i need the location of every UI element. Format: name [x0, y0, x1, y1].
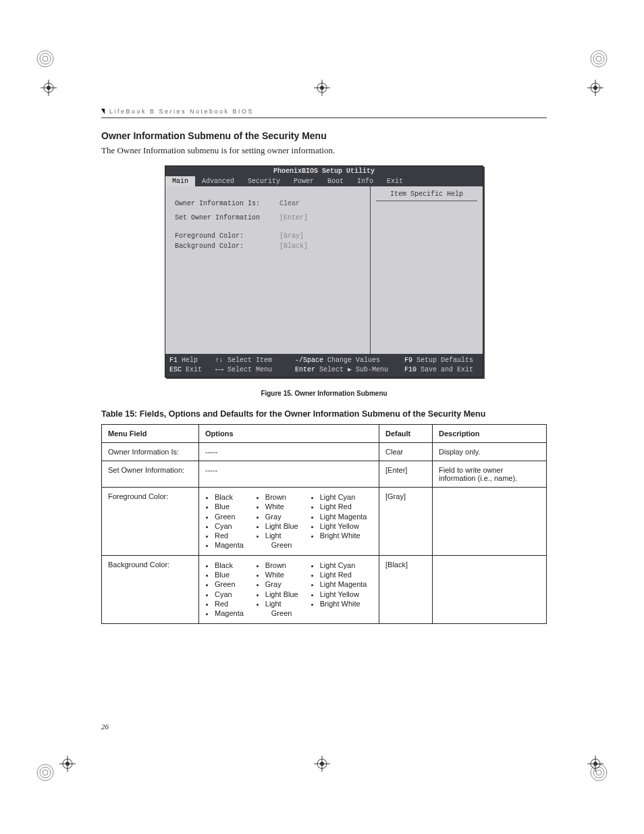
hotkey: F1	[169, 357, 178, 364]
hotkey-label: Select Item	[227, 357, 272, 364]
running-header: LifeBook B Series Notebook BIOS	[101, 108, 547, 118]
cell-menu-field: Background Color:	[102, 555, 199, 623]
hotkey-label: Select Menu	[227, 366, 272, 373]
cell-default: Clear	[379, 443, 433, 461]
cell-options: BlackBlueGreenCyanRedMagentaBrownWhiteGr…	[199, 488, 379, 556]
bios-tabs: Main Advanced Security Power Boot Info E…	[165, 176, 483, 186]
svg-point-0	[37, 51, 53, 67]
option-item: Green	[215, 512, 244, 521]
svg-point-3	[591, 51, 607, 67]
option-item: Gray	[265, 579, 298, 589]
figure-caption: Figure 15. Owner Information Submenu	[101, 390, 547, 397]
fields-table: Menu Field Options Default Description O…	[101, 424, 547, 624]
option-item: Light Yellow	[320, 521, 367, 531]
bios-label: Background Color:	[175, 242, 279, 250]
option-item: White	[265, 502, 298, 511]
triangle-marker-icon	[101, 109, 105, 114]
hotkey: ↑↓	[215, 357, 223, 364]
bios-tab-power: Power	[287, 176, 321, 186]
th-description: Description	[433, 425, 547, 443]
crosshair-icon	[587, 756, 603, 775]
intro-paragraph: The Owner Information submenu is for set…	[101, 145, 547, 156]
option-item: Bright White	[320, 599, 367, 608]
section-title: Owner Information Submenu of the Securit…	[101, 130, 547, 141]
hotkey: F10	[404, 366, 417, 373]
hotkey-label: Save and Exit	[421, 366, 473, 373]
hotkey-label: Setup Defaults	[417, 357, 473, 364]
th-default: Default	[379, 425, 433, 443]
option-item: Light Red	[320, 570, 367, 579]
option-item: White	[265, 570, 298, 579]
table-row: Owner Information Is:-----ClearDisplay o…	[102, 443, 547, 461]
svg-point-15	[320, 86, 324, 90]
hotkey: Enter	[295, 366, 315, 373]
bios-tab-exit: Exit	[380, 176, 410, 186]
reg-mark-icon	[35, 49, 55, 72]
bios-row-bg-color: Background Color: [Black]	[175, 242, 360, 250]
option-item: Blue	[215, 502, 244, 511]
bios-tab-security: Security	[241, 176, 287, 186]
option-item: Gray	[265, 512, 298, 521]
bios-title: PhoenixBIOS Setup Utility	[165, 166, 483, 176]
table-row: Set Owner Information:-----[Enter]Field …	[102, 461, 547, 488]
option-item: Light Blue	[265, 521, 298, 531]
option-item: Red	[215, 531, 244, 540]
cell-description	[433, 488, 547, 556]
option-item: Black	[215, 492, 244, 502]
option-item: Black	[215, 561, 244, 570]
svg-point-5	[596, 56, 601, 61]
page-number: 26	[101, 723, 109, 731]
option-item: Light Magenta	[320, 512, 367, 521]
option-item: Light Yellow	[320, 590, 367, 599]
bios-screenshot: PhoenixBIOS Setup Utility Main Advanced …	[165, 165, 483, 377]
hotkey: F9	[404, 357, 412, 364]
bios-footer: F1 Help ↑↓ Select Item -/Space Change Va…	[165, 354, 483, 377]
crosshair-icon	[587, 80, 603, 99]
running-header-text: LifeBook B Series Notebook BIOS	[109, 108, 254, 115]
cell-options: -----	[199, 443, 379, 461]
hotkey-label: Select ▶ Sub-Menu	[319, 366, 388, 373]
option-item: Cyan	[215, 590, 244, 599]
option-item: LightGreen	[265, 531, 298, 550]
bios-label: Set Owner Information	[175, 214, 279, 221]
hotkey-label: Change Values	[327, 357, 380, 364]
option-item: Magenta	[215, 540, 244, 550]
option-item: Green	[215, 579, 244, 589]
crosshair-icon	[59, 756, 76, 775]
bios-fields: Owner Information Is: Clear Set Owner In…	[165, 186, 370, 354]
bios-help-header: Item Specific Help	[376, 190, 477, 201]
option-item: Blue	[215, 570, 244, 579]
option-item: LightGreen	[265, 599, 298, 619]
cell-description: Field to write owner information (i.e., …	[433, 461, 547, 488]
cell-description	[433, 555, 547, 623]
th-options: Options	[199, 425, 379, 443]
option-item: Cyan	[215, 521, 244, 531]
reg-mark-icon	[589, 49, 609, 72]
crosshair-icon	[314, 80, 330, 99]
cell-menu-field: Foreground Color:	[102, 488, 199, 556]
svg-point-31	[65, 762, 70, 766]
bios-tab-advanced: Advanced	[195, 176, 241, 186]
option-item: Light Red	[320, 502, 367, 511]
hotkey-label: Exit	[186, 366, 202, 373]
cell-options: BlackBlueGreenCyanRedMagentaBrownWhiteGr…	[199, 555, 379, 623]
cell-default: [Enter]	[379, 461, 433, 488]
bios-help-panel: Item Specific Help	[370, 186, 483, 354]
svg-point-27	[593, 86, 597, 90]
bios-value: Clear	[279, 200, 300, 207]
table-row: Foreground Color:BlackBlueGreenCyanRedMa…	[102, 488, 547, 556]
bios-row-fg-color: Foreground Color: [Gray]	[175, 232, 360, 240]
option-item: Light Magenta	[320, 579, 367, 589]
option-item: Magenta	[215, 608, 244, 618]
svg-point-1	[40, 53, 51, 64]
reg-mark-icon	[35, 762, 55, 785]
svg-point-35	[593, 762, 597, 766]
crosshair-icon	[41, 80, 57, 99]
svg-point-19	[320, 762, 324, 766]
option-item: Red	[215, 599, 244, 608]
page-content: LifeBook B Series Notebook BIOS Owner In…	[101, 108, 547, 624]
bios-value: [Enter]	[279, 214, 308, 221]
bios-label: Foreground Color:	[175, 232, 279, 240]
svg-point-7	[40, 767, 51, 778]
option-item: Brown	[265, 492, 298, 502]
